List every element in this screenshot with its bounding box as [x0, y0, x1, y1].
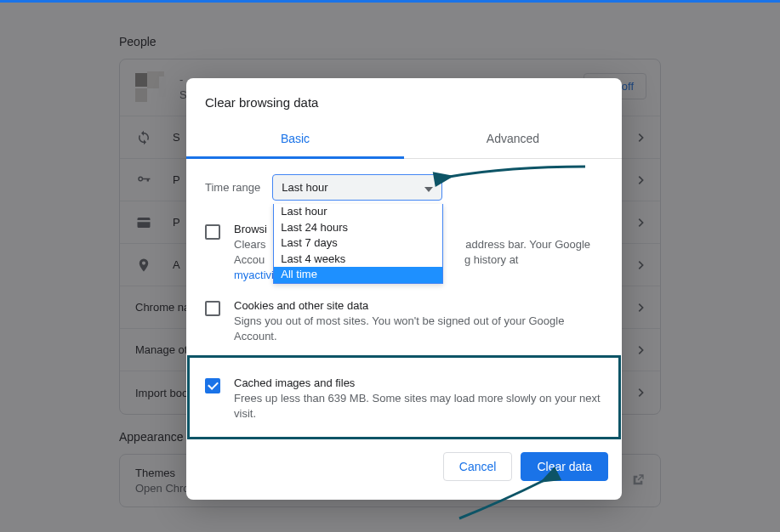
option-last-24-hours[interactable]: Last 24 hours: [274, 220, 442, 236]
dialog-title: Clear browsing data: [186, 78, 622, 123]
item-title: Cookies and other site data: [234, 299, 603, 312]
option-last-4-weeks[interactable]: Last 4 weeks: [274, 252, 442, 268]
item-cookies: Cookies and other site data Signs you ou…: [205, 296, 603, 356]
checkbox-browsing-history[interactable]: [205, 224, 220, 240]
cancel-button[interactable]: Cancel: [443, 452, 513, 481]
item-body: Frees up less than 639 MB. Some sites ma…: [234, 391, 603, 422]
tab-basic[interactable]: Basic: [186, 123, 404, 159]
option-all-time[interactable]: All time: [274, 267, 442, 283]
dialog-footer: Cancel Clear data: [186, 444, 622, 500]
item-body: Signs you out of most sites. You won't b…: [234, 314, 603, 344]
time-range-row: Time range Last hour Last hour Last 24 h…: [205, 174, 603, 201]
tab-advanced[interactable]: Advanced: [404, 123, 622, 158]
chevron-down-icon: [424, 180, 433, 195]
dialog-body: Time range Last hour Last hour Last 24 h…: [186, 159, 622, 444]
time-range-dropdown: Last hour Last 24 hours Last 7 days Last…: [273, 204, 443, 284]
dialog-tabs: Basic Advanced: [186, 123, 622, 159]
option-last-7-days[interactable]: Last 7 days: [274, 235, 442, 252]
clear-data-button[interactable]: Clear data: [521, 452, 608, 481]
checkbox-cookies[interactable]: [205, 301, 220, 316]
time-range-label: Time range: [205, 181, 260, 194]
item-cached: Cached images and files Frees up less th…: [188, 356, 620, 439]
checkbox-cached[interactable]: [205, 378, 220, 393]
option-last-hour[interactable]: Last hour: [274, 204, 442, 220]
time-range-value: Last hour: [282, 181, 327, 194]
time-range-select[interactable]: Last hour Last hour Last 24 hours Last 7…: [272, 174, 442, 201]
clear-browsing-data-dialog: Clear browsing data Basic Advanced Time …: [186, 78, 622, 500]
item-title: Cached images and files: [234, 376, 603, 389]
